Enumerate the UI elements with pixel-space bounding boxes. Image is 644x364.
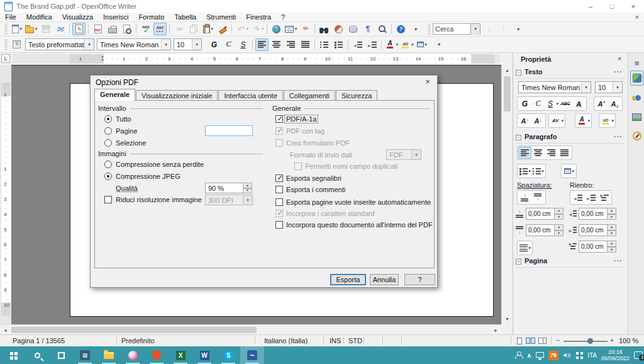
undo-button[interactable]: ↶▾ <box>235 23 249 35</box>
tab-visualizzazione-iniziale[interactable]: Visualizzazione iniziale <box>136 90 218 101</box>
utility-tray-icon[interactable] <box>576 352 579 355</box>
sb-highlight-button[interactable]: ▾ <box>600 115 614 127</box>
save-button[interactable] <box>39 23 52 35</box>
radio-pagine[interactable] <box>104 127 112 135</box>
sb-space-below-button[interactable]: ↓ <box>531 191 545 203</box>
maximize-button[interactable]: □ <box>601 0 623 12</box>
scroll-left-icon[interactable]: ◄ <box>1 326 9 334</box>
indent-before-spinner[interactable]: 0,00 cm ▲▼ <box>579 208 616 220</box>
tab-interfaccia-utente[interactable]: Interfaccia utente <box>218 90 282 101</box>
chevron-down-icon[interactable]: ▾ <box>35 26 37 31</box>
bold-button[interactable]: G <box>208 38 221 51</box>
draw-functions-button[interactable]: ✎ <box>299 23 312 35</box>
sidebar-tab-styles[interactable] <box>630 91 643 106</box>
selection-mode-status[interactable]: STD <box>348 337 362 344</box>
copy-button[interactable] <box>187 23 200 35</box>
volume-tray-icon[interactable] <box>563 351 572 359</box>
word-app-icon[interactable]: W <box>192 346 216 364</box>
people-tray-icon[interactable] <box>515 351 523 359</box>
vertical-ruler[interactable]: 1 12345678910 <box>0 65 11 324</box>
datasources-button[interactable] <box>347 23 360 35</box>
sb-align-left-button[interactable] <box>518 147 531 159</box>
font-name-combo[interactable]: Times New Roman▾ <box>97 38 171 50</box>
dialog-title-bar[interactable]: Opzioni PDF × <box>91 76 437 89</box>
network-tray-icon[interactable] <box>536 352 544 358</box>
horizontal-ruler[interactable]: 1 ▼ ▲ 12345678910111213141516 <box>13 54 500 64</box>
print-preview-button[interactable] <box>120 23 133 35</box>
zoom-button[interactable] <box>375 23 389 35</box>
tab-generale[interactable]: Generale <box>94 89 135 101</box>
space-below-spinner[interactable]: 0,00 cm ▲▼ <box>526 224 564 236</box>
search-input[interactable] <box>433 23 472 35</box>
section-pagina-header[interactable]: +Pagina ··· <box>516 257 624 268</box>
menu-tabella[interactable]: Tabella <box>169 13 201 21</box>
radio-selezione[interactable] <box>104 139 112 147</box>
highlight-color-button[interactable]: ▾ <box>400 38 414 51</box>
sb-align-right-button[interactable] <box>545 147 558 159</box>
zoom-slider-thumb[interactable] <box>587 338 593 344</box>
zoom-level[interactable]: 100 % <box>619 337 638 344</box>
navigator-button[interactable] <box>332 23 345 35</box>
qualita-value[interactable]: 90 % <box>205 183 243 193</box>
numbered-list-button[interactable] <box>318 38 331 51</box>
hyperlink-button[interactable] <box>270 23 283 35</box>
sidebar-font-combo[interactable]: Times New Roman▾ <box>518 81 591 93</box>
radio-compressione-senza-perdite[interactable] <box>104 161 112 168</box>
dialog-help-button[interactable]: ? <box>404 274 435 285</box>
first-line-indent-value[interactable]: 0,00 cm <box>579 241 608 253</box>
sb-char-spacing-button[interactable]: AV▾ <box>550 115 564 127</box>
background-color-button[interactable]: ▾ <box>415 38 428 51</box>
first-line-indent-spinner[interactable]: 0,00 cm ▲▼ <box>579 241 616 253</box>
sidebar-tab-navigator[interactable] <box>630 128 643 144</box>
table-button[interactable]: ▾ <box>284 23 297 35</box>
indent-after-spinner[interactable]: 0,00 cm ▲▼ <box>579 224 616 236</box>
page-style-status[interactable]: Predefinito <box>121 337 155 344</box>
paste-button[interactable]: ▾ <box>201 23 214 35</box>
minimize-button[interactable]: – <box>580 0 601 12</box>
sb-paragraph-background-button[interactable]: ▾ <box>562 165 575 177</box>
multi-page-view-button[interactable] <box>526 338 535 344</box>
page-count-status[interactable]: Pagina 1 / 13565 <box>13 337 65 344</box>
sb-strikethrough-button[interactable]: ABC <box>559 98 572 110</box>
close-button[interactable]: × <box>623 0 644 12</box>
zoom-slider[interactable] <box>564 341 608 342</box>
chevron-down-icon[interactable]: ▾ <box>561 118 564 123</box>
more-options-icon[interactable]: ··· <box>614 68 623 76</box>
sb-decrease-font-button[interactable] <box>531 115 545 127</box>
sidebar-menu-icon[interactable]: ≡ <box>630 55 643 71</box>
tab-collegamenti[interactable]: Collegamenti <box>284 90 335 101</box>
more-options-icon[interactable]: ··· <box>614 257 623 264</box>
menu-help[interactable]: ? <box>276 13 290 21</box>
calculator-app-icon[interactable]: ▦ <box>73 346 97 364</box>
font-size-combo[interactable]: 10▾ <box>174 38 202 50</box>
indent-after-value[interactable]: 0,00 cm <box>579 224 608 236</box>
checkbox-riduci-risoluzione[interactable] <box>104 196 112 203</box>
indent-before-value[interactable]: 0,00 cm <box>579 208 608 220</box>
sb-italic-button[interactable]: C <box>531 98 545 110</box>
esporta-button[interactable]: Esporta <box>330 274 366 285</box>
keyboard-language-indicator[interactable]: ITA <box>587 352 597 359</box>
single-page-view-button[interactable] <box>517 338 522 344</box>
tab-sicurezza[interactable]: Sicurezza <box>336 90 377 101</box>
menu-strumenti[interactable]: Strumenti <box>201 13 241 21</box>
section-paragrafo-header[interactable]: −Paragrafo ··· <box>516 133 624 144</box>
brave-app-icon[interactable] <box>145 346 169 364</box>
sb-first-line-indent-button[interactable] <box>597 191 611 203</box>
book-view-button[interactable] <box>538 338 547 344</box>
formatting-marks-button[interactable]: ¶ <box>361 23 374 35</box>
space-above-value[interactable]: 0,00 cm <box>526 208 555 220</box>
sb-numbered-list-button[interactable]: ▾ <box>531 165 545 177</box>
taskbar-search-button[interactable] <box>25 346 49 364</box>
help-button[interactable]: ? <box>394 23 408 35</box>
qualita-spin-buttons[interactable]: ▲▼ <box>243 183 252 193</box>
chevron-down-icon[interactable]: ▾ <box>425 42 427 47</box>
align-right-button[interactable] <box>284 38 297 51</box>
scroll-down-icon[interactable]: ▼ <box>503 315 511 323</box>
chevron-down-icon[interactable]: ▾ <box>611 118 614 123</box>
align-left-button[interactable] <box>255 38 269 51</box>
sb-bullet-list-button[interactable]: ▾ <box>518 165 531 177</box>
checkbox-esporta-segnalibri[interactable] <box>275 174 283 182</box>
sb-shadow-button[interactable]: A <box>572 98 586 110</box>
chevron-down-icon[interactable]: ▾ <box>246 26 248 31</box>
sb-bold-button[interactable]: G <box>518 98 531 110</box>
